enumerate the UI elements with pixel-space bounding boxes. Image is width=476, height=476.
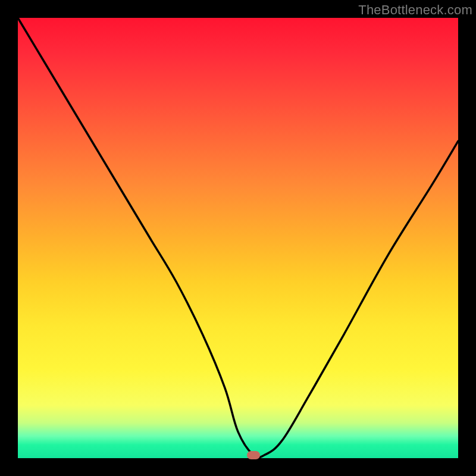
watermark-text: TheBottleneck.com bbox=[358, 2, 472, 18]
plot-area bbox=[18, 18, 458, 458]
curve-layer bbox=[18, 18, 458, 458]
bottleneck-curve bbox=[18, 18, 458, 458]
chart-frame: TheBottleneck.com bbox=[0, 0, 476, 476]
